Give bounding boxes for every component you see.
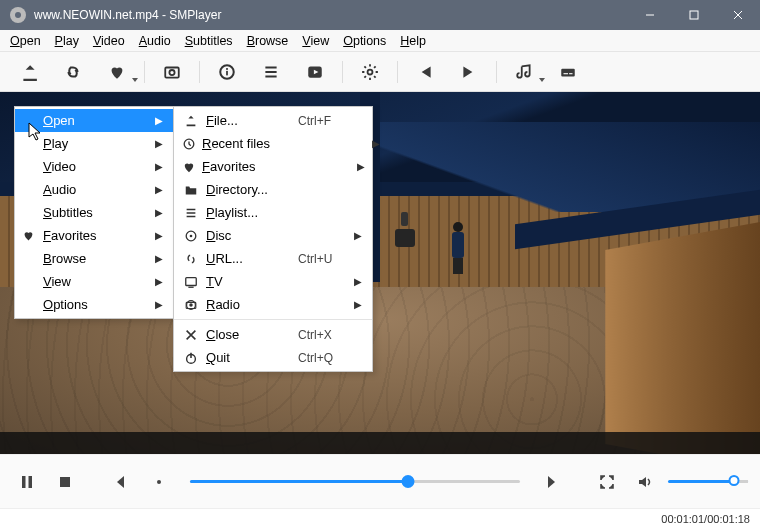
open-submenu: File...Ctrl+FRecent files▶Favorites▶Dire… [173, 106, 373, 372]
power-icon [182, 351, 200, 365]
submenu-item-tv[interactable]: TV▶ [174, 270, 372, 293]
submenu-item-label: Disc [206, 228, 292, 243]
submenu-item-recent-files[interactable]: Recent files▶ [174, 132, 372, 155]
menu-item-options[interactable]: Options▶ [15, 293, 173, 316]
favorite-icon[interactable] [100, 58, 134, 86]
menu-item-label: Favorites [43, 228, 149, 243]
time-total: 00:01:18 [707, 513, 750, 525]
menu-item-favorites[interactable]: Favorites▶ [15, 224, 173, 247]
info-icon[interactable] [210, 58, 244, 86]
submenu-item-quit[interactable]: QuitCtrl+Q [174, 346, 372, 369]
menu-item-label: View [43, 274, 149, 289]
submenu-item-playlist[interactable]: Playlist... [174, 201, 372, 224]
stop-button[interactable] [50, 467, 80, 497]
svg-point-16 [190, 234, 193, 237]
menu-item-video[interactable]: Video▶ [15, 155, 173, 178]
svg-rect-4 [165, 67, 179, 77]
prev-icon[interactable] [408, 58, 442, 86]
open-url-icon[interactable] [56, 58, 90, 86]
settings-icon[interactable] [353, 58, 387, 86]
menu-item-label: Browse [43, 251, 149, 266]
chevron-right-icon: ▶ [155, 299, 163, 310]
shortcut-label: Ctrl+F [298, 114, 348, 128]
svg-rect-23 [29, 476, 33, 488]
link-icon [182, 252, 200, 266]
open-file-icon[interactable] [12, 58, 46, 86]
svg-point-25 [157, 480, 161, 484]
svg-rect-1 [690, 11, 698, 19]
chevron-right-icon: ▶ [354, 230, 362, 241]
menu-audio[interactable]: Audio [139, 34, 171, 48]
menu-browse[interactable]: Browse [247, 34, 289, 48]
time-current: 00:01:01 [661, 513, 704, 525]
heart-icon [19, 229, 37, 242]
seek-slider[interactable] [190, 472, 520, 492]
chevron-right-icon: ▶ [354, 299, 362, 310]
menu-item-audio[interactable]: Audio▶ [15, 178, 173, 201]
chevron-right-icon: ▶ [155, 253, 163, 264]
menu-item-label: Audio [43, 182, 149, 197]
svg-point-10 [368, 69, 373, 74]
submenu-item-disc[interactable]: Disc▶ [174, 224, 372, 247]
playlist-icon[interactable] [254, 58, 288, 86]
menu-view[interactable]: View [302, 34, 329, 48]
app-icon [10, 7, 26, 23]
submenu-item-directory[interactable]: Directory... [174, 178, 372, 201]
svg-rect-13 [569, 73, 572, 74]
chevron-right-icon: ▶ [372, 138, 380, 149]
minimize-button[interactable] [628, 0, 672, 30]
submenu-item-label: File... [206, 113, 292, 128]
seek-back-button[interactable] [106, 467, 136, 497]
menubar: OpenPlayVideoAudioSubtitlesBrowseViewOpt… [0, 30, 760, 52]
submenu-item-file[interactable]: File...Ctrl+F [174, 109, 372, 132]
subtitles-icon[interactable] [551, 58, 585, 86]
submenu-item-label: TV [206, 274, 292, 289]
play-icon[interactable] [298, 58, 332, 86]
volume-icon[interactable] [630, 467, 660, 497]
screenshot-icon[interactable] [155, 58, 189, 86]
seek-fwd-button[interactable] [536, 467, 566, 497]
submenu-item-label: URL... [206, 251, 292, 266]
menu-item-subtitles[interactable]: Subtitles▶ [15, 201, 173, 224]
menu-open[interactable]: Open [10, 34, 41, 48]
menu-item-view[interactable]: View▶ [15, 270, 173, 293]
submenu-item-label: Radio [206, 297, 292, 312]
svg-rect-8 [226, 68, 228, 70]
fullscreen-button[interactable] [592, 467, 622, 497]
menu-help[interactable]: Help [400, 34, 426, 48]
separator [199, 61, 200, 83]
separator [397, 61, 398, 83]
next-icon[interactable] [452, 58, 486, 86]
statusbar: 00:01:01 / 00:01:18 [0, 508, 760, 528]
svg-rect-24 [60, 477, 70, 487]
separator [496, 61, 497, 83]
menu-item-browse[interactable]: Browse▶ [15, 247, 173, 270]
maximize-button[interactable] [672, 0, 716, 30]
pause-button[interactable] [12, 467, 42, 497]
submenu-item-favorites[interactable]: Favorites▶ [174, 155, 372, 178]
file-icon [182, 114, 200, 128]
list-icon [182, 206, 200, 220]
playback-controls [0, 454, 760, 508]
audio-icon[interactable] [507, 58, 541, 86]
chevron-right-icon: ▶ [155, 230, 163, 241]
heart-icon [182, 160, 196, 174]
menu-subtitles[interactable]: Subtitles [185, 34, 233, 48]
menu-options[interactable]: Options [343, 34, 386, 48]
titlebar: www.NEOWIN.net.mp4 - SMPlayer [0, 0, 760, 30]
menu-play[interactable]: Play [55, 34, 79, 48]
submenu-item-url[interactable]: URL...Ctrl+U [174, 247, 372, 270]
volume-slider[interactable] [668, 472, 748, 492]
tv-icon [182, 275, 200, 289]
menu-video[interactable]: Video [93, 34, 125, 48]
submenu-item-radio[interactable]: Radio▶ [174, 293, 372, 316]
toolbar [0, 52, 760, 92]
submenu-item-label: Close [206, 327, 292, 342]
speed-button[interactable] [144, 467, 174, 497]
svg-rect-17 [186, 277, 197, 285]
shortcut-label: Ctrl+Q [298, 351, 348, 365]
submenu-item-close[interactable]: CloseCtrl+X [174, 323, 372, 346]
svg-point-5 [169, 69, 174, 74]
cursor-icon [28, 122, 44, 142]
close-button[interactable] [716, 0, 760, 30]
